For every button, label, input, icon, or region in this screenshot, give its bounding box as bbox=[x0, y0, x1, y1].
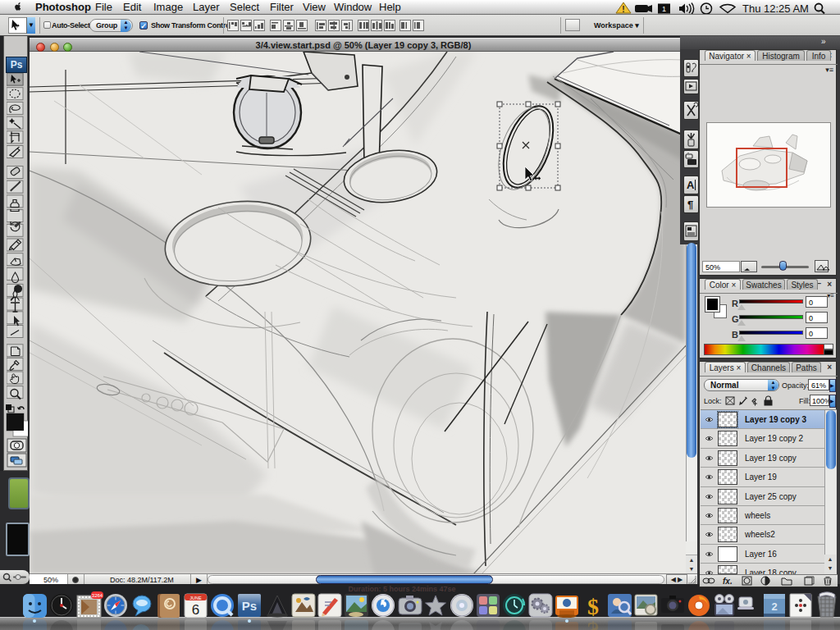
svg-text:¶: ¶ bbox=[687, 199, 693, 211]
svg-text:Ps: Ps bbox=[242, 599, 257, 613]
svg-text:!: ! bbox=[622, 5, 624, 14]
svg-text:A: A bbox=[687, 179, 695, 191]
svg-text:6: 6 bbox=[192, 602, 199, 618]
svg-text:1: 1 bbox=[662, 5, 666, 13]
svg-text:JUNE: JUNE bbox=[189, 596, 202, 600]
svg-text:$: $ bbox=[587, 618, 599, 630]
svg-text:2: 2 bbox=[771, 600, 777, 613]
svg-text:$: $ bbox=[587, 594, 599, 619]
svg-text:fx.: fx. bbox=[723, 577, 733, 586]
svg-text:Thu 12:25 AM: Thu 12:25 AM bbox=[742, 2, 809, 14]
svg-text:3264: 3264 bbox=[92, 593, 103, 598]
